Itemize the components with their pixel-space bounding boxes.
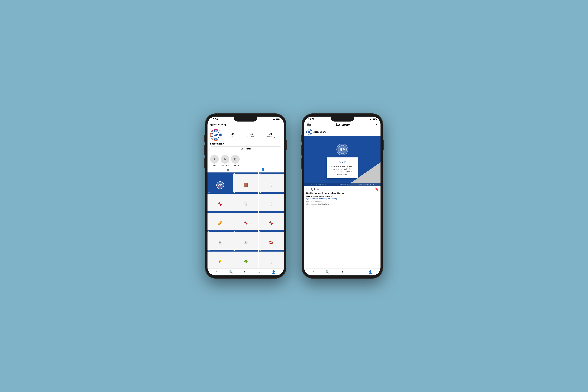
whatsapp-text: 📱 (+1)-905-3994142: [336, 184, 348, 185]
battery-icon-1: [276, 118, 280, 120]
feed-actions-left: ♡ 💬 ➤: [306, 188, 319, 191]
time-ago: 11 minutes ago: [306, 203, 317, 205]
phone2-content: 📷 Instagram ➤ GP gpeco: [304, 122, 380, 276]
story-highlights: + New A Title Here B Title: [208, 154, 284, 168]
gp-logo-big-svg: GP: [338, 145, 347, 154]
feed-image-footer: 🌐 www.gpecompany.com 📱 (+1)-905-3994142 …: [304, 183, 380, 186]
feed-avatar[interactable]: GP: [306, 129, 312, 135]
highlight-a-label: Title Here: [221, 164, 228, 166]
svg-rect-8: [308, 133, 310, 133]
see-translation[interactable]: · See Translation: [318, 203, 329, 205]
highlight-add[interactable]: + New: [210, 155, 219, 166]
send-icon[interactable]: ➤: [375, 123, 378, 126]
highlight-b[interactable]: B Title Here: [231, 155, 240, 166]
email-text: ✉ info@gpecompany.com: [359, 184, 374, 185]
battery-icon-2: [373, 118, 376, 120]
feed-post-header: GP gpecompany ⋮: [304, 128, 380, 136]
posts-label: Posts: [230, 136, 234, 138]
power-button[interactable]: [286, 140, 287, 150]
svg-text:GP: GP: [308, 131, 310, 133]
highlight-new-label: New: [213, 164, 216, 166]
post-thumb-13[interactable]: GP 🌾 Sesame Seeds: [208, 250, 233, 268]
ig-feed-nav: 📷 Instagram ➤: [304, 122, 380, 128]
status-icons-2: [369, 118, 376, 120]
following-stat[interactable]: 608 Following: [267, 132, 275, 138]
profile-avatar[interactable]: GP: [211, 130, 221, 140]
profile-nav-icon-2[interactable]: 👤: [368, 270, 372, 274]
like-user2: yourfriend: [324, 192, 333, 194]
volume-down-button[interactable]: [204, 145, 205, 156]
feed-post-image: GP G & P G & P is an exceptional trading…: [304, 136, 380, 186]
edit-profile-button[interactable]: Edit Profile: [210, 146, 281, 151]
bottom-nav-2: ⌂ 🔍 ⊕ ♡ 👤: [304, 268, 380, 276]
share-icon[interactable]: ➤: [317, 188, 319, 191]
instagram-logo: Instagram: [336, 123, 350, 126]
ig-nav-1: gpecompany ≡: [208, 122, 284, 127]
bottom-nav-1: ⌂ 🔍 ⊕ ♡ 👤: [208, 268, 284, 276]
svg-text:GP: GP: [218, 184, 222, 186]
search-nav-icon-1[interactable]: 🔍: [229, 270, 233, 274]
like-icon[interactable]: ♡: [306, 188, 309, 191]
svg-text:GP: GP: [340, 148, 345, 152]
phone-1-screen: 10:30 gpec: [208, 116, 284, 276]
time-1: 10:30: [212, 118, 218, 121]
feed-username: gpecompany: [313, 131, 326, 133]
svg-rect-2: [214, 136, 218, 136]
save-icon[interactable]: 🔖: [375, 188, 378, 191]
gp-logo-post1: GP: [216, 181, 224, 189]
highlight-a[interactable]: A Title Here: [220, 155, 229, 166]
more-options-icon[interactable]: ⋮: [375, 130, 378, 134]
stats-row: 92 Posts 840 Followers 608 Following: [224, 132, 281, 138]
profile-nav-icon-1[interactable]: 👤: [272, 270, 276, 274]
feed-gp-logo-big: GP: [336, 144, 348, 155]
gp-logo-svg-small: GP: [212, 131, 220, 139]
camera-icon[interactable]: 📷: [307, 122, 311, 126]
heart-nav-icon-1[interactable]: ♡: [258, 270, 260, 274]
phone-2-screen: 10:30 📷: [304, 116, 380, 276]
volume-up-button-2[interactable]: [301, 134, 302, 142]
highlight-add-circle: +: [210, 155, 219, 164]
feed-actions: ♡ 💬 ➤ 🔖: [304, 186, 380, 192]
person-tag-icon[interactable]: 👤: [261, 168, 265, 171]
volume-down-button-2[interactable]: [301, 145, 302, 156]
ig-username-nav: gpecompany: [210, 123, 226, 126]
feed-card: G & P G & P is an exceptional trading co…: [327, 158, 358, 178]
phone-1: 10:30 gpec: [205, 114, 286, 278]
followers-stat[interactable]: 840 Followers: [247, 132, 255, 138]
notch-1: [234, 116, 258, 122]
avatar-inner: GP: [210, 130, 221, 140]
home-nav-icon-1[interactable]: ⌂: [216, 270, 218, 274]
feed-caption: yournamehere your caption here #yourhash…: [304, 195, 380, 200]
profile-header: GP 92 Posts: [208, 127, 284, 154]
heart-nav-icon-2[interactable]: ♡: [354, 270, 357, 274]
hamburger-icon[interactable]: ≡: [279, 122, 281, 126]
website-text: 🌐 www.gpecompany.com: [310, 184, 326, 185]
status-icons-1: [272, 118, 280, 120]
followers-label: Followers: [247, 136, 255, 138]
feed-likes: Liked by yourfriend, yourfriend and 36 o…: [304, 192, 380, 195]
silent-switch[interactable]: [204, 158, 205, 168]
post-thumb-15[interactable]: GP 🥛 Whole Milk Powder: [258, 250, 284, 268]
posts-num: 92: [231, 132, 234, 136]
grid-tabs: ⊞ 👤: [208, 168, 284, 172]
view-comments[interactable]: View All 4 Comments: [304, 200, 380, 203]
svg-rect-5: [218, 186, 222, 186]
post-thumb-14[interactable]: GP 🌿 Canola Seeds: [233, 250, 258, 268]
grid-icon[interactable]: ⊞: [226, 168, 229, 171]
feed-card-title: G & P: [330, 160, 354, 164]
search-nav-icon-2[interactable]: 🔍: [326, 270, 330, 274]
home-nav-icon-2[interactable]: ⌂: [312, 270, 314, 274]
svg-rect-11: [340, 151, 345, 151]
add-nav-icon-2[interactable]: ⊕: [340, 270, 343, 274]
profile-username-display: gpecompany: [210, 142, 281, 145]
comment-icon[interactable]: 💬: [311, 188, 315, 191]
power-button-2[interactable]: [383, 140, 384, 150]
silent-switch-2[interactable]: [301, 158, 302, 168]
highlight-a-circle: A: [220, 155, 229, 164]
profile-top: GP 92 Posts: [210, 129, 281, 141]
add-nav-icon-1[interactable]: ⊕: [244, 270, 246, 274]
volume-up-button[interactable]: [204, 134, 205, 142]
following-num: 608: [269, 132, 273, 136]
feed-time: 11 minutes ago · See Translation: [304, 203, 380, 206]
posts-stat[interactable]: 92 Posts: [230, 132, 234, 138]
